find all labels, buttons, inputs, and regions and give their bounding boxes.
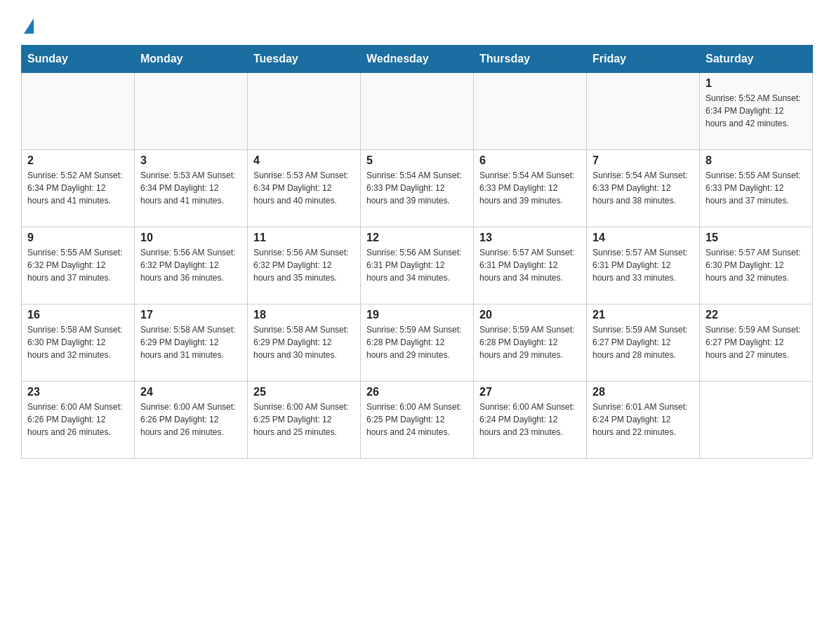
- day-info: Sunrise: 6:00 AM Sunset: 6:26 PM Dayligh…: [140, 401, 241, 438]
- day-number: 2: [27, 154, 128, 167]
- day-info: Sunrise: 5:52 AM Sunset: 6:34 PM Dayligh…: [706, 92, 807, 130]
- day-info: Sunrise: 5:56 AM Sunset: 6:32 PM Dayligh…: [253, 246, 355, 284]
- calendar-cell: 19Sunrise: 5:59 AM Sunset: 6:28 PM Dayli…: [361, 304, 474, 382]
- day-info: Sunrise: 5:58 AM Sunset: 6:30 PM Dayligh…: [27, 323, 128, 361]
- calendar-cell: 18Sunrise: 5:58 AM Sunset: 6:29 PM Dayli…: [248, 304, 361, 382]
- day-number: 22: [706, 309, 807, 321]
- calendar-cell: 15Sunrise: 5:57 AM Sunset: 6:30 PM Dayli…: [700, 227, 813, 304]
- calendar-cell: 16Sunrise: 5:58 AM Sunset: 6:30 PM Dayli…: [22, 304, 135, 382]
- day-of-week-header: Friday: [587, 46, 700, 73]
- day-of-week-header: Saturday: [700, 46, 813, 73]
- calendar-cell: 25Sunrise: 6:00 AM Sunset: 6:25 PM Dayli…: [248, 382, 361, 459]
- day-info: Sunrise: 5:57 AM Sunset: 6:31 PM Dayligh…: [593, 246, 694, 284]
- calendar-week-row: 9Sunrise: 5:55 AM Sunset: 6:32 PM Daylig…: [22, 227, 813, 304]
- day-number: 1: [706, 77, 807, 90]
- day-info: Sunrise: 5:54 AM Sunset: 6:33 PM Dayligh…: [593, 169, 694, 207]
- calendar-cell: 6Sunrise: 5:54 AM Sunset: 6:33 PM Daylig…: [474, 150, 587, 227]
- day-number: 23: [27, 386, 128, 398]
- day-number: 18: [253, 309, 355, 321]
- day-info: Sunrise: 5:55 AM Sunset: 6:32 PM Dayligh…: [27, 246, 128, 284]
- day-number: 20: [479, 309, 581, 321]
- calendar-cell: 11Sunrise: 5:56 AM Sunset: 6:32 PM Dayli…: [248, 227, 361, 304]
- calendar-week-row: 2Sunrise: 5:52 AM Sunset: 6:34 PM Daylig…: [22, 150, 813, 227]
- day-number: 17: [140, 309, 241, 321]
- day-number: 15: [706, 232, 807, 244]
- calendar-cell: 5Sunrise: 5:54 AM Sunset: 6:33 PM Daylig…: [361, 150, 474, 227]
- day-of-week-header: Wednesday: [361, 46, 474, 73]
- logo: [21, 14, 34, 31]
- day-info: Sunrise: 6:00 AM Sunset: 6:26 PM Dayligh…: [27, 401, 128, 438]
- calendar-cell: 12Sunrise: 5:56 AM Sunset: 6:31 PM Dayli…: [361, 227, 474, 304]
- calendar-header-row: SundayMondayTuesdayWednesdayThursdayFrid…: [22, 46, 813, 73]
- calendar-table: SundayMondayTuesdayWednesdayThursdayFrid…: [21, 45, 813, 459]
- calendar-cell: 10Sunrise: 5:56 AM Sunset: 6:32 PM Dayli…: [135, 227, 248, 304]
- day-of-week-header: Tuesday: [248, 46, 361, 73]
- calendar-cell: [22, 73, 135, 150]
- calendar-cell: [474, 73, 587, 150]
- day-info: Sunrise: 5:56 AM Sunset: 6:32 PM Dayligh…: [140, 246, 241, 284]
- day-info: Sunrise: 5:54 AM Sunset: 6:33 PM Dayligh…: [366, 169, 468, 207]
- day-info: Sunrise: 5:52 AM Sunset: 6:34 PM Dayligh…: [27, 169, 128, 207]
- day-info: Sunrise: 5:58 AM Sunset: 6:29 PM Dayligh…: [253, 323, 355, 361]
- day-info: Sunrise: 5:58 AM Sunset: 6:29 PM Dayligh…: [140, 323, 241, 361]
- day-info: Sunrise: 6:00 AM Sunset: 6:25 PM Dayligh…: [253, 401, 355, 438]
- day-info: Sunrise: 5:59 AM Sunset: 6:27 PM Dayligh…: [706, 323, 807, 361]
- day-number: 12: [366, 232, 468, 244]
- calendar-cell: 20Sunrise: 5:59 AM Sunset: 6:28 PM Dayli…: [474, 304, 587, 382]
- calendar-cell: [587, 73, 700, 150]
- day-number: 14: [593, 232, 694, 244]
- day-info: Sunrise: 5:55 AM Sunset: 6:33 PM Dayligh…: [706, 169, 807, 207]
- day-number: 28: [593, 386, 694, 398]
- day-info: Sunrise: 5:53 AM Sunset: 6:34 PM Dayligh…: [140, 169, 241, 207]
- calendar-cell: 7Sunrise: 5:54 AM Sunset: 6:33 PM Daylig…: [587, 150, 700, 227]
- calendar-cell: 27Sunrise: 6:00 AM Sunset: 6:24 PM Dayli…: [474, 382, 587, 459]
- calendar-cell: 4Sunrise: 5:53 AM Sunset: 6:34 PM Daylig…: [248, 150, 361, 227]
- calendar-week-row: 1Sunrise: 5:52 AM Sunset: 6:34 PM Daylig…: [22, 73, 813, 150]
- calendar-cell: 2Sunrise: 5:52 AM Sunset: 6:34 PM Daylig…: [22, 150, 135, 227]
- calendar-cell: 26Sunrise: 6:00 AM Sunset: 6:25 PM Dayli…: [361, 382, 474, 459]
- day-info: Sunrise: 6:00 AM Sunset: 6:25 PM Dayligh…: [366, 401, 468, 438]
- day-of-week-header: Thursday: [474, 46, 587, 73]
- day-info: Sunrise: 5:56 AM Sunset: 6:31 PM Dayligh…: [366, 246, 468, 284]
- day-of-week-header: Sunday: [22, 46, 135, 73]
- day-number: 25: [253, 386, 355, 398]
- day-number: 10: [140, 232, 241, 244]
- day-info: Sunrise: 5:57 AM Sunset: 6:31 PM Dayligh…: [479, 246, 581, 284]
- day-info: Sunrise: 5:54 AM Sunset: 6:33 PM Dayligh…: [479, 169, 581, 207]
- calendar-cell: 23Sunrise: 6:00 AM Sunset: 6:26 PM Dayli…: [22, 382, 135, 459]
- day-number: 3: [140, 154, 241, 167]
- day-number: 6: [479, 154, 581, 167]
- calendar-cell: 22Sunrise: 5:59 AM Sunset: 6:27 PM Dayli…: [700, 304, 813, 382]
- day-number: 27: [479, 386, 581, 398]
- calendar-cell: 9Sunrise: 5:55 AM Sunset: 6:32 PM Daylig…: [22, 227, 135, 304]
- day-number: 24: [140, 386, 241, 398]
- calendar-cell: 24Sunrise: 6:00 AM Sunset: 6:26 PM Dayli…: [135, 382, 248, 459]
- day-info: Sunrise: 5:59 AM Sunset: 6:28 PM Dayligh…: [479, 323, 581, 361]
- day-number: 13: [479, 232, 581, 244]
- day-number: 16: [27, 309, 128, 321]
- day-of-week-header: Monday: [135, 46, 248, 73]
- calendar-cell: [700, 382, 813, 459]
- day-info: Sunrise: 5:53 AM Sunset: 6:34 PM Dayligh…: [253, 169, 355, 207]
- calendar-cell: 17Sunrise: 5:58 AM Sunset: 6:29 PM Dayli…: [135, 304, 248, 382]
- logo-top: [21, 14, 34, 34]
- day-info: Sunrise: 6:01 AM Sunset: 6:24 PM Dayligh…: [593, 401, 694, 438]
- day-number: 5: [366, 154, 468, 167]
- calendar-cell: 1Sunrise: 5:52 AM Sunset: 6:34 PM Daylig…: [700, 73, 813, 150]
- day-info: Sunrise: 5:57 AM Sunset: 6:30 PM Dayligh…: [706, 246, 807, 284]
- calendar-cell: 14Sunrise: 5:57 AM Sunset: 6:31 PM Dayli…: [587, 227, 700, 304]
- calendar-cell: 8Sunrise: 5:55 AM Sunset: 6:33 PM Daylig…: [700, 150, 813, 227]
- day-number: 7: [593, 154, 694, 167]
- day-number: 26: [366, 386, 468, 398]
- day-number: 21: [593, 309, 694, 321]
- calendar-week-row: 16Sunrise: 5:58 AM Sunset: 6:30 PM Dayli…: [22, 304, 813, 382]
- calendar-cell: [135, 73, 248, 150]
- calendar-cell: 21Sunrise: 5:59 AM Sunset: 6:27 PM Dayli…: [587, 304, 700, 382]
- calendar-cell: 13Sunrise: 5:57 AM Sunset: 6:31 PM Dayli…: [474, 227, 587, 304]
- day-number: 19: [366, 309, 468, 321]
- day-number: 11: [253, 232, 355, 244]
- day-info: Sunrise: 6:00 AM Sunset: 6:24 PM Dayligh…: [479, 401, 581, 438]
- calendar-cell: 28Sunrise: 6:01 AM Sunset: 6:24 PM Dayli…: [587, 382, 700, 459]
- calendar-cell: [248, 73, 361, 150]
- day-number: 4: [253, 154, 355, 167]
